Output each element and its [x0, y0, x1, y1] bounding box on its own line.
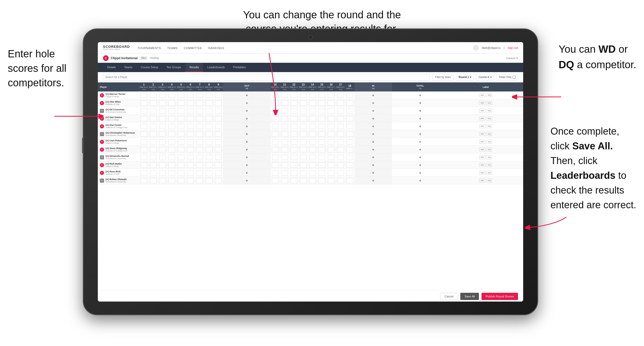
- filter-team-button[interactable]: Filter by team: [432, 74, 454, 81]
- dq-button[interactable]: DQ: [486, 163, 492, 167]
- hole-10-input[interactable]: [272, 101, 279, 106]
- hole-1-input[interactable]: [140, 101, 147, 106]
- dq-button[interactable]: DQ: [486, 117, 492, 120]
- hole-2-input[interactable]: [150, 170, 157, 175]
- hole-5-input[interactable]: [178, 139, 184, 144]
- publish-button[interactable]: Publish Round Scores: [482, 293, 518, 300]
- hole-5-input[interactable]: [178, 93, 184, 98]
- hole-9-input[interactable]: [215, 108, 222, 113]
- hole-12-input[interactable]: [291, 155, 297, 160]
- hole-6-input[interactable]: [187, 163, 194, 168]
- hole-13-input[interactable]: [300, 170, 307, 175]
- course-selector[interactable]: Course A ▾: [476, 74, 494, 81]
- hole-12-input[interactable]: [291, 132, 297, 137]
- nav-rankings[interactable]: RANKINGS: [208, 47, 224, 50]
- hole-13-input[interactable]: [300, 101, 307, 106]
- hole-18-input[interactable]: [346, 147, 353, 152]
- hole-10-input[interactable]: [272, 116, 279, 121]
- hole-5-input[interactable]: [178, 170, 184, 175]
- hole-13-input[interactable]: [300, 178, 307, 183]
- hole-7-input[interactable]: [196, 139, 203, 144]
- hole-12-input[interactable]: [291, 170, 297, 175]
- hole-12-input[interactable]: [291, 116, 297, 121]
- wd-button[interactable]: WD: [479, 117, 485, 120]
- hole-6-input[interactable]: [187, 116, 194, 121]
- hole-13-input[interactable]: [300, 147, 307, 152]
- hole-3-input[interactable]: [159, 139, 166, 144]
- save-all-button[interactable]: Save All: [460, 293, 479, 300]
- wd-button[interactable]: WD: [479, 163, 485, 167]
- hole-1-input[interactable]: [140, 132, 147, 137]
- hole-10-input[interactable]: [272, 124, 279, 129]
- hole-8-input[interactable]: [206, 132, 212, 137]
- cancel-link[interactable]: Cancel X: [506, 57, 518, 60]
- hole-11-input[interactable]: [281, 155, 288, 160]
- hole-18-input[interactable]: [346, 170, 353, 175]
- hole-4-input[interactable]: [168, 139, 175, 144]
- hole-18-input[interactable]: [346, 124, 353, 129]
- hole-14-input[interactable]: [309, 124, 316, 129]
- hole-9-input[interactable]: [215, 170, 222, 175]
- hole-4-input[interactable]: [168, 116, 175, 121]
- hole-8-input[interactable]: [206, 101, 212, 106]
- hole-8-input[interactable]: [206, 163, 212, 168]
- hole-4-input[interactable]: [168, 170, 175, 175]
- round-selector[interactable]: Round 1 ▾: [456, 74, 473, 81]
- hole-2-input[interactable]: [150, 108, 157, 113]
- hole-11-input[interactable]: [281, 108, 288, 113]
- dq-button[interactable]: DQ: [486, 109, 492, 113]
- wd-button[interactable]: WD: [479, 148, 485, 151]
- hole-4-input[interactable]: [168, 124, 175, 129]
- hole-1-input[interactable]: [140, 139, 147, 144]
- tab-results[interactable]: Results: [185, 63, 203, 72]
- hole-3-input[interactable]: [159, 93, 166, 98]
- wd-button[interactable]: WD: [479, 132, 485, 136]
- hole-7-input[interactable]: [196, 147, 203, 152]
- hole-2-input[interactable]: [150, 124, 157, 129]
- hole-3-input[interactable]: [159, 155, 166, 160]
- hole-15-input[interactable]: [319, 139, 325, 144]
- hole-8-input[interactable]: [206, 116, 212, 121]
- hole-9-input[interactable]: [215, 139, 222, 144]
- hole-16-input[interactable]: [328, 163, 335, 168]
- hole-17-input[interactable]: [337, 163, 344, 168]
- hole-13-input[interactable]: [300, 93, 307, 98]
- hole-9-input[interactable]: [215, 101, 222, 106]
- hole-3-input[interactable]: [159, 116, 166, 121]
- hole-17-input[interactable]: [337, 132, 344, 137]
- hole-18-input[interactable]: [346, 163, 353, 168]
- hole-13-input[interactable]: [300, 139, 307, 144]
- hole-3-input[interactable]: [159, 178, 166, 183]
- hole-6-input[interactable]: [187, 124, 194, 129]
- hole-14-input[interactable]: [309, 132, 316, 137]
- hole-8-input[interactable]: [206, 155, 212, 160]
- wd-button[interactable]: WD: [479, 171, 485, 175]
- hole-2-input[interactable]: [150, 147, 157, 152]
- hole-18-input[interactable]: [346, 155, 353, 160]
- tab-tee-groups[interactable]: Tee Groups: [162, 63, 185, 72]
- hole-13-input[interactable]: [300, 116, 307, 121]
- hole-12-input[interactable]: [291, 178, 297, 183]
- hole-1-input[interactable]: [140, 116, 147, 121]
- hole-18-input[interactable]: [346, 93, 353, 98]
- hole-10-input[interactable]: [272, 139, 279, 144]
- hole-9-input[interactable]: [215, 147, 222, 152]
- hole-14-input[interactable]: [309, 163, 316, 168]
- hole-16-input[interactable]: [328, 132, 335, 137]
- hole-11-input[interactable]: [281, 93, 288, 98]
- wd-button[interactable]: WD: [479, 101, 485, 105]
- hole-8-input[interactable]: [206, 147, 212, 152]
- totals-only-checkbox[interactable]: [513, 76, 516, 79]
- dq-button[interactable]: DQ: [486, 171, 492, 175]
- hole-9-input[interactable]: [215, 178, 222, 183]
- tab-leaderboards[interactable]: Leaderboards: [203, 63, 229, 72]
- hole-8-input[interactable]: [206, 139, 212, 144]
- hole-1-input[interactable]: [140, 124, 147, 129]
- hole-11-input[interactable]: [281, 132, 288, 137]
- dq-button[interactable]: DQ: [486, 124, 492, 128]
- nav-tournaments[interactable]: TOURNAMENTS: [138, 47, 161, 50]
- hole-15-input[interactable]: [319, 170, 325, 175]
- hole-5-input[interactable]: [178, 101, 184, 106]
- hole-14-input[interactable]: [309, 101, 316, 106]
- hole-18-input[interactable]: [346, 132, 353, 137]
